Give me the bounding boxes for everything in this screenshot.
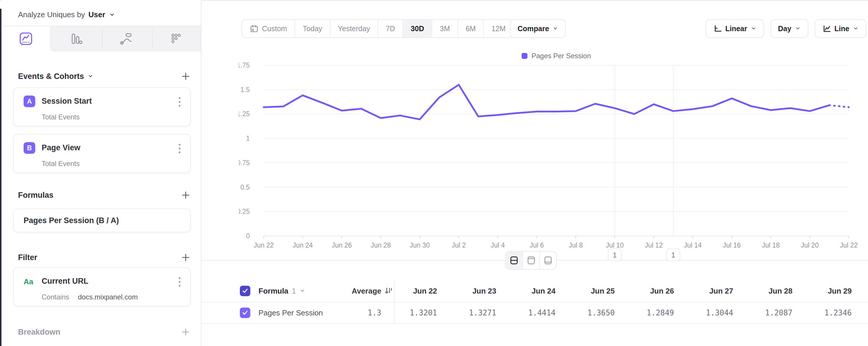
compare-button[interactable]: Compare <box>510 19 566 38</box>
filter-operator[interactable]: Contains <box>42 293 69 301</box>
x-axis-tick-label: Jul 22 <box>840 241 858 249</box>
y-axis-tick-label: 1.25 <box>239 110 250 118</box>
add-event-button[interactable] <box>181 71 191 81</box>
event-name[interactable]: Session Start <box>42 97 92 106</box>
date-column-header[interactable]: Jun 22 <box>394 280 454 302</box>
y-scale-button[interactable]: Linear <box>706 19 764 38</box>
formula-column-header[interactable]: Formula 1 <box>258 280 305 302</box>
interval-button[interactable]: Day <box>771 19 808 38</box>
series-checkbox[interactable] <box>240 308 250 318</box>
layout-split-view-button[interactable] <box>506 252 523 269</box>
tab-insights-active[interactable] <box>1 26 50 51</box>
date-range-label: 3M <box>440 25 450 33</box>
y-axis-tick-label: 0.25 <box>239 208 250 215</box>
date-range-12m[interactable]: 12M <box>483 20 513 37</box>
kebab-menu-icon[interactable] <box>177 142 183 155</box>
formula-name[interactable]: Pages Per Session (B / A) <box>24 216 119 225</box>
tab-flows[interactable] <box>101 26 150 51</box>
date-range-6m[interactable]: 6M <box>458 20 484 37</box>
event-card-page-view[interactable]: B Page View Total Events <box>13 134 191 173</box>
chevron-down-icon <box>553 26 558 31</box>
series-value[interactable]: 1.2849 <box>631 302 690 323</box>
date-range-yesterday[interactable]: Yesterday <box>330 20 377 37</box>
date-range-30d-active[interactable]: 30D <box>403 20 432 37</box>
linear-scale-icon <box>713 24 722 33</box>
add-breakdown-button[interactable] <box>181 327 191 337</box>
line-chart[interactable]: 00.250.50.7511.251.51.75Jun 22Jun 24Jun … <box>239 57 868 266</box>
formulas-section-header: Formulas <box>18 189 191 202</box>
date-range-3m[interactable]: 3M <box>432 20 458 37</box>
average-column-header[interactable]: Average <box>306 280 393 302</box>
chart-type-label: Line <box>835 25 849 33</box>
date-range-today[interactable]: Today <box>294 20 330 37</box>
date-column-header[interactable]: Jun 24 <box>513 280 572 302</box>
events-section-title-text: Events & Cohorts <box>18 72 84 81</box>
series-value[interactable]: 1.3044 <box>690 302 750 323</box>
annotation-badge-label[interactable]: 1 <box>613 251 617 259</box>
series-value[interactable]: 1.3650 <box>572 302 631 323</box>
date-range-label: 6M <box>466 25 476 33</box>
date-range-7d[interactable]: 7D <box>377 20 403 37</box>
chevron-down-icon[interactable] <box>109 11 115 18</box>
layout-table-only-button[interactable] <box>539 252 556 269</box>
chevron-down-icon <box>751 26 756 31</box>
y-axis-tick-label: 1 <box>246 135 250 142</box>
filter-value[interactable]: docs.mixpanel.com <box>78 293 138 301</box>
sort-icon <box>384 287 393 295</box>
series-value[interactable]: 1.3271 <box>454 302 513 323</box>
event-metric[interactable]: Total Events <box>42 160 80 168</box>
annotation-badge-label[interactable]: 1 <box>671 251 675 259</box>
y-axis-tick-label: 0.5 <box>241 183 250 191</box>
table-only-icon <box>544 256 553 265</box>
chevron-down-icon <box>853 26 859 31</box>
tab-bar-chart[interactable] <box>52 26 100 51</box>
date-range-label: Yesterday <box>338 25 370 33</box>
date-range-label: 12M <box>491 25 506 33</box>
series-value[interactable]: 1.2346 <box>809 302 868 323</box>
series-value[interactable]: 1.4414 <box>513 302 572 323</box>
flow-tab-icon <box>119 32 133 46</box>
kebab-menu-icon[interactable] <box>177 276 183 288</box>
average-header-label: Average <box>352 287 381 296</box>
date-column-header[interactable]: Jun 26 <box>631 280 690 302</box>
layout-chart-only-button[interactable] <box>523 252 539 269</box>
add-formula-button[interactable] <box>181 190 191 200</box>
series-line-incomplete[interactable] <box>829 105 849 107</box>
check-icon <box>241 309 249 317</box>
split-view-icon <box>509 256 519 265</box>
events-section-title[interactable]: Events & Cohorts <box>18 72 93 81</box>
series-value[interactable]: 1.2087 <box>749 302 809 323</box>
date-column-header[interactable]: Jun 29 <box>809 280 868 302</box>
kebab-menu-icon[interactable] <box>177 95 183 108</box>
filter-condition: Contains docs.mixpanel.com <box>42 293 138 301</box>
filter-card-current-url[interactable]: Aa Current URL Contains docs.mixpanel.co… <box>13 267 191 307</box>
date-column-header[interactable]: Jun 28 <box>749 280 809 302</box>
events-section-header: Events & Cohorts <box>18 70 191 83</box>
date-range-segmented-control: Custom Today Yesterday 7D 30D 3M 6M 12M <box>242 19 514 38</box>
formula-card[interactable]: Pages Per Session (B / A) <box>13 208 191 232</box>
line-chart-tab-icon <box>19 32 33 46</box>
date-column-header[interactable]: Jun 25 <box>572 280 631 302</box>
chart-type-button[interactable]: Line <box>815 19 866 38</box>
add-filter-button[interactable] <box>181 253 191 262</box>
query-builder-sidebar: Analyze Uniques by User <box>1 0 201 346</box>
results-table-row[interactable]: Pages Per Session 1.3 1.3201 1.3271 1.44… <box>201 302 868 324</box>
event-metric[interactable]: Total Events <box>42 113 80 121</box>
event-name[interactable]: Page View <box>42 143 80 152</box>
filter-property-name[interactable]: Current URL <box>42 277 89 286</box>
series-value[interactable]: 1.3201 <box>394 302 454 323</box>
breakdown-section-header: Breakdown <box>18 326 191 339</box>
select-all-checkbox[interactable] <box>240 286 250 296</box>
date-column-header[interactable]: Jun 27 <box>690 280 750 302</box>
tab-metrics-grid[interactable] <box>152 26 200 51</box>
date-range-custom[interactable]: Custom <box>242 20 294 37</box>
event-card-session-start[interactable]: A Session Start Total Events <box>13 87 191 126</box>
x-axis-tick-label: Jul 10 <box>606 241 623 249</box>
formulas-section-title: Formulas <box>18 191 54 200</box>
date-range-label: 7D <box>386 25 395 33</box>
series-average-value: 1.3 <box>368 309 393 317</box>
date-column-header[interactable]: Jun 23 <box>454 280 513 302</box>
x-axis-tick-label: Jul 14 <box>684 241 702 249</box>
analyze-by-dropdown[interactable]: User <box>89 10 105 19</box>
layout-toggle-group <box>505 251 557 270</box>
